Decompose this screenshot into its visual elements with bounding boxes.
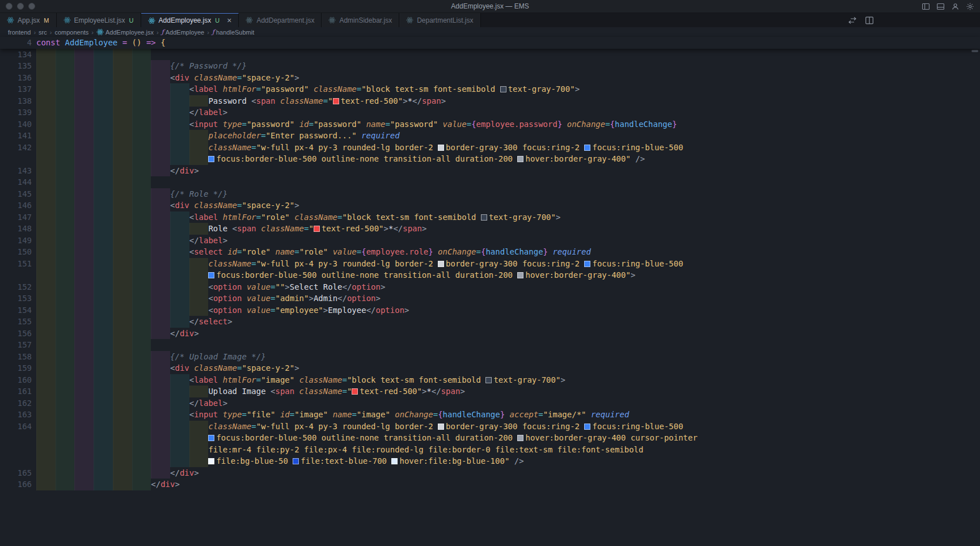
titlebar: AddEmployee.jsx — EMS	[0, 0, 980, 13]
compare-changes-icon[interactable]	[848, 16, 857, 25]
code-line: 145 {/* Role */}	[0, 188, 980, 200]
editor: 4const AddEmployee = () => { 134 135 {/*…	[0, 37, 980, 490]
editor-actions	[848, 13, 874, 27]
tab-EmployeeList.jsx[interactable]: EmployeeList.jsxU	[57, 13, 141, 27]
line-number	[0, 269, 36, 281]
line-number	[0, 444, 36, 456]
chevron-right-icon: ›	[33, 29, 36, 36]
line-number: 140	[0, 118, 36, 130]
react-icon	[7, 16, 14, 24]
code-line: 158 {/* Upload Image */}	[0, 351, 980, 363]
scrollbar-thumb[interactable]	[971, 50, 978, 52]
layout-panel-icon[interactable]	[936, 2, 945, 11]
code-line: 136 <div className="space-y-2">	[0, 72, 980, 84]
color-swatch	[293, 458, 299, 464]
line-number: 147	[0, 211, 36, 223]
code-line: 166 </div>	[0, 479, 980, 490]
line-number: 149	[0, 235, 36, 247]
code-line: 135 {/* Password */}	[0, 60, 980, 72]
line-number: 153	[0, 293, 36, 304]
git-status-badge: U	[215, 17, 219, 24]
color-swatch	[438, 261, 444, 267]
layout-sidebar-icon[interactable]	[922, 2, 930, 11]
react-icon	[246, 16, 253, 24]
color-swatch	[333, 98, 339, 104]
line-number: 156	[0, 328, 36, 340]
tab-bar: App.jsxMEmployeeList.jsxUAddEmployee.jsx…	[0, 13, 980, 27]
code-line: 141 placeholder="Enter password..." requ…	[0, 130, 980, 142]
close-window-button[interactable]	[6, 3, 12, 10]
code-line: 139 </label>	[0, 107, 980, 118]
tab-DepartmentList.jsx[interactable]: DepartmentList.jsx	[399, 13, 480, 27]
code-line: focus:border-blue-500 outline-none trans…	[0, 432, 980, 444]
chevron-right-icon: ›	[207, 29, 209, 36]
code-line: 146 <div className="space-y-2">	[0, 200, 980, 211]
sticky-line: 4const AddEmployee = () => {	[0, 37, 980, 49]
code-line: 144	[0, 176, 980, 188]
git-status-badge: M	[44, 17, 49, 24]
minimize-window-button[interactable]	[17, 3, 24, 10]
line-number: 144	[0, 176, 36, 188]
tab-AddEmployee.jsx[interactable]: AddEmployee.jsxU×	[141, 13, 239, 27]
account-icon[interactable]	[951, 2, 960, 11]
code-line: file:bg-blue-50 file:text-blue-700 hover…	[0, 455, 980, 467]
split-editor-icon[interactable]	[865, 16, 874, 25]
code-line: 157	[0, 339, 980, 351]
line-number: 146	[0, 200, 36, 211]
code-line: 149 </label>	[0, 235, 980, 247]
close-icon[interactable]: ×	[227, 16, 231, 24]
function-symbol-icon: ƒ	[162, 29, 164, 35]
line-number: 158	[0, 351, 36, 363]
zoom-window-button[interactable]	[28, 3, 35, 10]
breadcrumb-item[interactable]: src	[39, 29, 47, 36]
breadcrumb-item[interactable]: ƒhandleSubmit	[212, 29, 254, 36]
color-swatch	[208, 156, 214, 162]
line-number: 4	[0, 37, 36, 49]
tab-label: AdminSidebar.jsx	[339, 16, 392, 24]
line-number: 138	[0, 95, 36, 107]
tab-App.jsx[interactable]: App.jsxM	[0, 13, 57, 27]
tab-label: App.jsx	[18, 16, 40, 24]
code-area[interactable]: 134 135 {/* Password */}136 <div classNa…	[0, 49, 980, 490]
line-number: 160	[0, 374, 36, 386]
code-line: 164 className="w-full px-4 py-3 rounded-…	[0, 421, 980, 433]
color-swatch	[517, 435, 523, 441]
line-number: 154	[0, 304, 36, 316]
react-icon	[328, 16, 336, 24]
settings-gear-icon[interactable]	[966, 2, 974, 11]
color-swatch	[314, 226, 320, 232]
color-swatch	[584, 145, 590, 151]
chevron-right-icon: ›	[157, 29, 159, 36]
line-number: 155	[0, 316, 36, 328]
color-swatch	[481, 214, 487, 221]
tab-label: AddDepartment.jsx	[256, 16, 314, 24]
react-icon	[64, 16, 71, 24]
line-number	[0, 455, 36, 467]
code-line: 155 </select>	[0, 316, 980, 328]
code-line: 156 </div>	[0, 328, 980, 340]
color-swatch	[208, 272, 214, 278]
line-number: 157	[0, 339, 36, 351]
code-line: 137 <label htmlFor="password" className=…	[0, 83, 980, 95]
color-swatch	[208, 458, 214, 464]
code-line: 159 <div className="space-y-2">	[0, 362, 980, 374]
color-swatch	[208, 435, 214, 441]
code-line: 138 Password <span className="text-red-5…	[0, 95, 980, 107]
tab-label: DepartmentList.jsx	[417, 16, 473, 24]
breadcrumb-item[interactable]: components	[54, 29, 88, 36]
code-line: 163 <input type="file" id="image" name="…	[0, 409, 980, 421]
line-number: 145	[0, 188, 36, 200]
line-number: 151	[0, 258, 36, 270]
tab-AdminSidebar.jsx[interactable]: AdminSidebar.jsx	[322, 13, 399, 27]
line-number: 136	[0, 72, 36, 84]
code-line: 151 className="w-full px-4 py-3 rounded-…	[0, 258, 980, 270]
tab-AddDepartment.jsx[interactable]: AddDepartment.jsx	[239, 13, 322, 27]
breadcrumb-item[interactable]: frontend	[8, 29, 31, 36]
breadcrumb-item[interactable]: ƒAddEmployee	[162, 29, 205, 36]
code-line: 153 <option value="admin">Admin</option>	[0, 293, 980, 304]
line-number: 148	[0, 223, 36, 235]
titlebar-actions	[922, 0, 974, 12]
breadcrumb-item[interactable]: AddEmployee.jsx	[96, 28, 154, 36]
breadcrumb: frontend›src›components›AddEmployee.jsx›…	[0, 27, 980, 37]
sticky-scroll[interactable]: 4const AddEmployee = () => {	[0, 37, 980, 49]
